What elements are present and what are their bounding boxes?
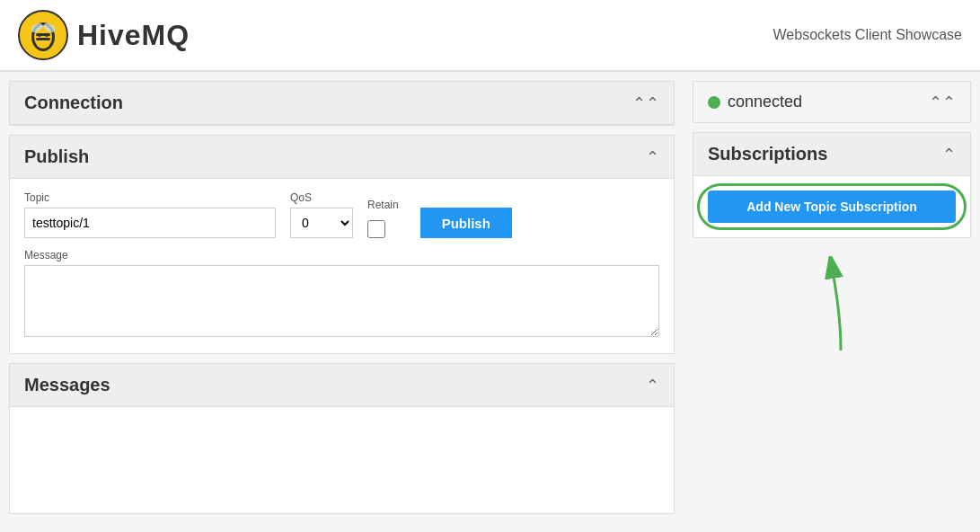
publish-section-header: Publish ⌃ bbox=[10, 136, 674, 179]
status-collapse-icon[interactable]: ⌃⌃ bbox=[929, 94, 956, 111]
connection-status-text: connected bbox=[728, 93, 802, 111]
qos-select[interactable]: 0 1 2 bbox=[290, 208, 353, 238]
svg-point-7 bbox=[38, 33, 41, 37]
left-panel: Connection ⌃⌃ Publish ⌃ Topic QoS bbox=[0, 72, 684, 532]
annotation-container bbox=[693, 256, 971, 364]
topic-input[interactable] bbox=[24, 208, 276, 238]
connection-status-area: connected ⌃⌃ bbox=[693, 81, 971, 123]
topic-field-group: Topic bbox=[24, 191, 276, 238]
subscriptions-collapse-icon[interactable]: ⌃ bbox=[942, 146, 956, 163]
publish-button[interactable]: Publish bbox=[420, 208, 512, 238]
messages-section: Messages ⌃ bbox=[9, 363, 675, 514]
retain-checkbox[interactable] bbox=[367, 220, 385, 238]
main-content: Connection ⌃⌃ Publish ⌃ Topic QoS bbox=[0, 72, 980, 532]
subscriptions-title: Subscriptions bbox=[708, 144, 827, 164]
messages-collapse-icon[interactable]: ⌃ bbox=[646, 377, 659, 394]
messages-body bbox=[10, 407, 674, 461]
retain-label: Retain bbox=[367, 199, 399, 211]
publish-section: Publish ⌃ Topic QoS 0 1 2 bbox=[9, 135, 675, 354]
publish-row-top: Topic QoS 0 1 2 Retain bbox=[24, 191, 659, 238]
status-left: connected bbox=[708, 93, 802, 111]
header-title: Websockets Client Showcase bbox=[773, 27, 962, 43]
publish-collapse-icon[interactable]: ⌃ bbox=[646, 149, 659, 165]
subscriptions-body: Add New Topic Subscription bbox=[693, 176, 970, 237]
annotation-arrow-svg bbox=[787, 256, 877, 355]
add-subscription-button[interactable]: Add New Topic Subscription bbox=[708, 191, 956, 223]
messages-title: Messages bbox=[24, 375, 110, 395]
logo-text: HiveMQ bbox=[77, 19, 190, 52]
subscriptions-section-header: Subscriptions ⌃ bbox=[693, 133, 970, 176]
publish-body: Topic QoS 0 1 2 Retain bbox=[10, 179, 674, 353]
connection-section-header: Connection ⌃⌃ bbox=[10, 82, 674, 125]
connection-status-header: connected ⌃⌃ bbox=[693, 82, 970, 122]
connection-title: Connection bbox=[24, 93, 123, 113]
publish-title: Publish bbox=[24, 146, 89, 167]
connection-status-dot bbox=[708, 96, 720, 109]
svg-point-8 bbox=[45, 33, 49, 37]
btn-oval-wrapper: Add New Topic Subscription bbox=[708, 191, 956, 223]
logo-area: HiveMQ bbox=[18, 10, 190, 60]
topic-label: Topic bbox=[24, 191, 276, 204]
right-panel: connected ⌃⌃ Subscriptions ⌃ Add New Top… bbox=[684, 72, 980, 532]
qos-field-group: QoS 0 1 2 bbox=[290, 191, 353, 238]
connection-collapse-icon[interactable]: ⌃⌃ bbox=[632, 95, 659, 111]
bee-logo-icon bbox=[18, 10, 68, 60]
app-header: HiveMQ Websockets Client Showcase bbox=[0, 0, 980, 72]
subscriptions-section: Subscriptions ⌃ Add New Topic Subscripti… bbox=[693, 132, 971, 238]
retain-field-group: Retain bbox=[367, 199, 399, 238]
connection-section: Connection ⌃⌃ bbox=[9, 81, 675, 126]
message-field-group: Message bbox=[24, 249, 659, 341]
svg-rect-4 bbox=[36, 38, 50, 40]
qos-label: QoS bbox=[290, 191, 353, 204]
messages-section-header: Messages ⌃ bbox=[10, 364, 674, 407]
message-label: Message bbox=[24, 249, 659, 262]
message-textarea[interactable] bbox=[24, 265, 659, 337]
